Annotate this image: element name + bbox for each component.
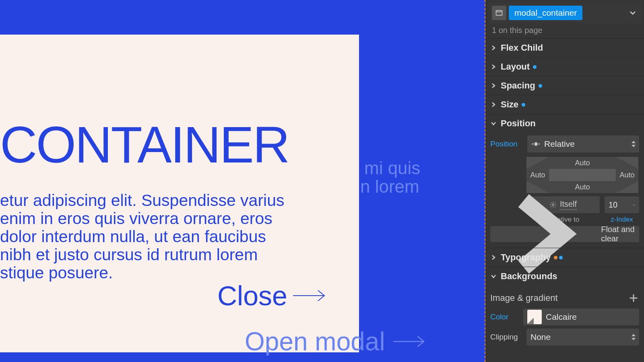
clipping-select[interactable]: None [526,329,639,346]
svg-marker-12 [632,334,636,336]
section-spacing[interactable]: Spacing [485,76,644,95]
svg-rect-5 [535,142,537,146]
z-index-input[interactable]: 10 - [605,196,639,213]
class-chip[interactable]: modal_container [509,6,582,20]
modal-body-text: etur adipiscing elit. Suspendisse varius… [0,191,298,282]
chevron-right-icon [490,254,497,261]
arrow-right-icon [393,332,425,351]
bg-color-field[interactable]: Calcaire [523,309,639,325]
svg-marker-13 [632,338,636,340]
open-modal-link[interactable]: Open modal [245,327,425,356]
svg-marker-8 [632,145,636,147]
style-panel: modal_container 1 on this page Flex Chil… [485,0,644,362]
position-relative-icon [531,141,540,147]
chevron-down-icon[interactable] [628,8,638,18]
plus-icon[interactable] [628,292,639,304]
chevron-right-icon [490,82,497,89]
modified-indicator-icon [522,103,525,107]
svg-rect-2 [496,10,502,15]
svg-marker-7 [632,141,636,143]
modal-container-element[interactable]: CONTAINER etur adipiscing elit. Suspendi… [0,35,359,352]
offset-top[interactable]: Auto [549,157,616,169]
section-layout[interactable]: Layout [485,58,644,76]
offset-center [549,169,616,181]
float-and-clear-toggle[interactable]: Float and clear [490,226,639,242]
chevron-down-icon [490,273,497,280]
caret-down-icon [631,337,636,341]
section-position[interactable]: Position [485,114,644,133]
close-label: Close [217,280,287,311]
chevron-right-icon [490,45,497,51]
design-canvas[interactable]: mi quis n lorem CONTAINER etur adipiscin… [0,0,485,362]
section-backgrounds[interactable]: Backgrounds [485,267,644,286]
caret-up-icon [631,333,636,337]
chevron-down-icon [490,120,497,127]
modified-indicator-icon [559,256,563,259]
close-link[interactable]: Close [217,280,326,311]
modal-heading: CONTAINER [0,115,289,174]
section-typography[interactable]: Typography [485,248,644,267]
chevron-right-icon [490,101,497,108]
clipping-label: Clipping [490,333,522,341]
caret-down-icon [631,144,636,148]
arrow-right-icon [293,289,326,302]
position-offsets[interactable]: Auto Auto Auto Auto [526,157,638,193]
offset-left[interactable]: Auto [526,169,549,181]
instance-count: 1 on this page [485,26,644,38]
stepper-dash-icon: - [632,200,635,210]
modified-indicator-icon [533,65,537,69]
z-index-label[interactable]: z-Index [605,216,639,224]
offset-right[interactable]: Auto [616,169,638,181]
modified-indicator-icon [554,256,557,259]
element-type-icon[interactable] [492,6,506,20]
background-paragraph: mi quis n lorem [364,159,420,196]
offset-bottom[interactable]: Auto [549,181,616,193]
caret-up-icon [631,140,636,144]
section-flex-child[interactable]: Flex Child [485,39,644,57]
open-modal-label: Open modal [245,327,385,356]
selector-field[interactable]: modal_container [488,2,642,23]
modified-indicator-icon [539,84,542,88]
section-size[interactable]: Size [485,95,644,114]
position-label[interactable]: Position [490,140,523,148]
image-gradient-label: Image & gradient [490,293,558,303]
chevron-right-icon [490,64,497,70]
bg-color-label[interactable]: Color [490,313,519,321]
position-select[interactable]: Relative [527,136,639,152]
color-swatch-icon [527,310,542,324]
